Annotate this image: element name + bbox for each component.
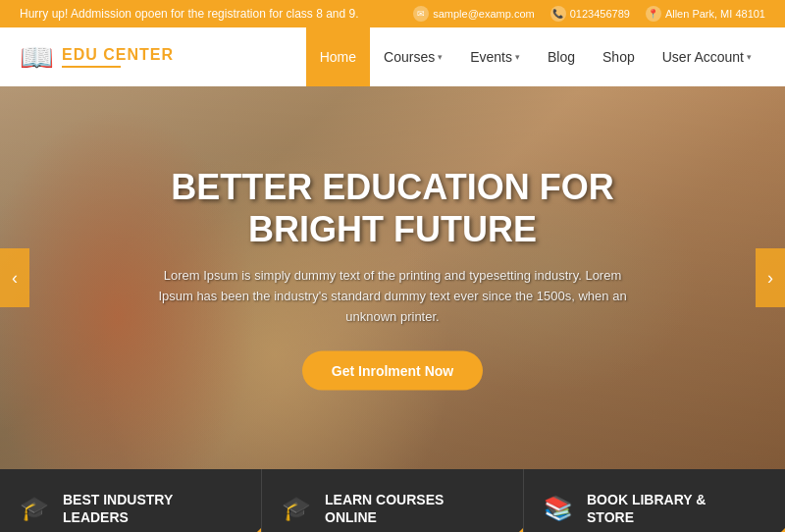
nav-home[interactable]: Home <box>306 27 370 86</box>
nav-shop-label: Shop <box>602 49 635 65</box>
chevron-right-icon: › <box>767 268 773 289</box>
nav-user-account[interactable]: User Account ▾ <box>649 27 765 86</box>
feature-box-courses: 🎓 LEARN COURSES ONLINE <box>262 469 524 532</box>
hero-title-line1: BETTER EDUCATION FOR <box>171 167 613 207</box>
nav-shop[interactable]: Shop <box>589 27 649 86</box>
contact-email: ✉ sample@examp.com <box>413 6 534 22</box>
slider-next-button[interactable]: › <box>756 248 785 307</box>
feature-courses-line2: ONLINE <box>325 509 377 525</box>
address-text: Allen Park, MI 48101 <box>665 8 765 20</box>
nav-events[interactable]: Events ▾ <box>456 27 534 86</box>
logo-name: EDU CENTER <box>62 46 174 64</box>
logo-text-block: EDU CENTER <box>62 46 174 68</box>
feature-courses-line1: LEARN COURSES <box>325 492 444 507</box>
logo[interactable]: 📖 EDU CENTER <box>20 41 174 74</box>
enroll-button[interactable]: Get Inrolment Now <box>302 350 483 390</box>
feature-library-text: BOOK LIBRARY & STORE <box>587 491 706 526</box>
nav-events-label: Events <box>470 49 512 65</box>
chevron-down-icon: ▾ <box>515 52 520 62</box>
feature-courses-text: LEARN COURSES ONLINE <box>325 491 444 526</box>
announcement-bar: Hurry up! Addmission opoen for the regis… <box>0 0 785 27</box>
logo-underline <box>62 66 121 68</box>
announcement-text: Hurry up! Addmission opoen for the regis… <box>20 7 413 21</box>
feature-leaders-text: BEST INDUSTRY LEADERS <box>63 491 173 526</box>
chevron-left-icon: ‹ <box>12 268 18 289</box>
slider-prev-button[interactable]: ‹ <box>0 248 29 307</box>
hero-content: BETTER EDUCATION FOR BRIGHT FUTURE Lorem… <box>118 166 667 391</box>
main-nav: Home Courses ▾ Events ▾ Blog Shop User A… <box>306 27 765 86</box>
nav-user-account-label: User Account <box>662 49 744 65</box>
nav-blog-label: Blog <box>548 49 575 65</box>
nav-courses-label: Courses <box>384 49 435 65</box>
feature-leaders-line2: LEADERS <box>63 509 129 525</box>
feature-leaders-line1: BEST INDUSTRY <box>63 492 173 507</box>
feature-box-library: 📚 BOOK LIBRARY & STORE <box>524 469 785 532</box>
contact-address: 📍 Allen Park, MI 48101 <box>646 6 765 22</box>
phone-text: 0123456789 <box>570 8 630 20</box>
leaders-icon: 🎓 <box>20 495 49 522</box>
chevron-down-icon: ▾ <box>438 52 443 62</box>
chevron-down-icon: ▾ <box>747 52 752 62</box>
nav-blog[interactable]: Blog <box>534 27 589 86</box>
hero-title-line2: BRIGHT FUTURE <box>248 209 537 249</box>
feature-library-line1: BOOK LIBRARY & <box>587 492 706 507</box>
contact-info: ✉ sample@examp.com 📞 0123456789 📍 Allen … <box>413 6 765 22</box>
header: 📖 EDU CENTER Home Courses ▾ Events ▾ Blo… <box>0 27 785 86</box>
courses-icon: 🎓 <box>282 495 311 522</box>
hero-description: Lorem Ipsum is simply dummy text of the … <box>157 266 628 327</box>
feature-boxes: 🎓 BEST INDUSTRY LEADERS 🎓 LEARN COURSES … <box>0 469 785 532</box>
location-icon: 📍 <box>646 6 661 22</box>
feature-box-leaders: 🎓 BEST INDUSTRY LEADERS <box>0 469 262 532</box>
email-icon: ✉ <box>413 6 429 22</box>
library-icon: 📚 <box>544 495 573 522</box>
phone-icon: 📞 <box>550 6 566 22</box>
contact-phone: 📞 0123456789 <box>550 6 630 22</box>
nav-home-label: Home <box>320 49 356 65</box>
hero-section: ‹ › BETTER EDUCATION FOR BRIGHT FUTURE L… <box>0 86 785 469</box>
feature-library-line2: STORE <box>587 509 634 525</box>
logo-icon: 📖 <box>20 41 54 74</box>
nav-courses[interactable]: Courses ▾ <box>370 27 456 86</box>
hero-title: BETTER EDUCATION FOR BRIGHT FUTURE <box>118 166 667 250</box>
email-text: sample@examp.com <box>433 8 534 20</box>
